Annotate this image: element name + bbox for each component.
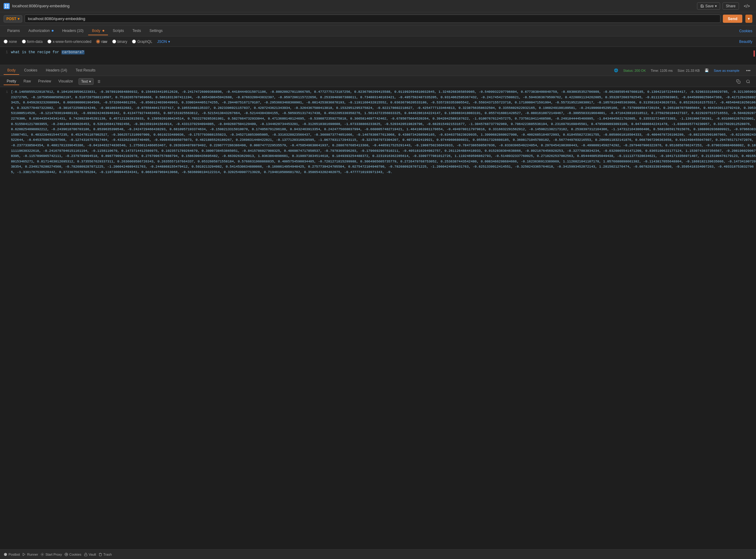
cookies-bottom-item[interactable]: Cookies <box>65 553 82 556</box>
page-url: localhost:8080/query-embedding <box>12 4 694 8</box>
subtabs-right <box>734 77 752 86</box>
response-tab-body[interactable]: Body <box>4 66 19 75</box>
response-tab-test-results[interactable]: Test Results <box>72 66 99 75</box>
response-line-1: 1 [-0.14050555229187012, 0.1041663959622… <box>0 89 756 175</box>
option-binary[interactable]: binary <box>112 40 128 44</box>
option-urlencoded[interactable]: x-www-form-urlencoded <box>47 40 91 44</box>
app-icon <box>4 3 10 9</box>
share-button[interactable]: Share <box>723 2 739 10</box>
url-input[interactable] <box>25 15 721 23</box>
svg-point-17 <box>42 554 43 555</box>
trash-item[interactable]: Trash <box>98 553 112 556</box>
text-dropdown[interactable]: Text ▾ <box>78 78 94 85</box>
method-select[interactable]: POST ▾ <box>4 15 22 23</box>
svg-rect-1 <box>7 4 8 6</box>
error-indicator <box>754 50 755 57</box>
tab-body[interactable]: Body <box>88 27 108 35</box>
response-tab-cookies[interactable]: Cookies <box>20 66 41 75</box>
tab-headers[interactable]: Headers (10) <box>59 27 87 35</box>
subtab-raw[interactable]: Raw <box>20 78 34 85</box>
code-button[interactable]: </> <box>741 2 752 10</box>
method-label: POST <box>6 17 17 21</box>
response-subtabs: Pretty Raw Preview Visualize Text ▾ <box>0 76 756 87</box>
runner-item[interactable]: Runner <box>22 553 38 556</box>
postbot-item[interactable]: Postbot <box>4 553 20 556</box>
response-header: Body Cookies Headers (14) Test Results 🌐… <box>0 65 756 76</box>
svg-marker-16 <box>23 553 25 556</box>
line-numbers: 1 <box>0 49 11 56</box>
tab-authorization[interactable]: Authorization <box>25 27 57 35</box>
full-layout: POST ▾ Send ▾ Params Authorization Heade… <box>0 12 756 559</box>
tab-settings[interactable]: Settings <box>146 27 166 35</box>
svg-rect-0 <box>5 4 6 6</box>
json-select[interactable]: JSON ▾ <box>157 40 170 44</box>
option-none[interactable]: none <box>4 40 17 44</box>
copy-button[interactable] <box>734 77 742 86</box>
tab-scripts[interactable]: Scripts <box>109 27 128 35</box>
option-raw[interactable]: raw <box>96 40 107 44</box>
response-time: Time: 1105 ms <box>651 69 673 72</box>
cookies-link[interactable]: Cookies <box>739 29 752 33</box>
request-tab-bar: Params Authorization Headers (10) Body S… <box>0 25 756 37</box>
response-tab-headers[interactable]: Headers (14) <box>42 66 71 75</box>
response-status: 🌐 Status: 200 OK Time: 1105 ms Size: 21.… <box>614 68 752 74</box>
subtab-preview[interactable]: Preview <box>35 78 54 85</box>
response-tabs: Body Cookies Headers (14) Test Results <box>4 66 614 75</box>
svg-point-13 <box>4 553 7 556</box>
svg-rect-2 <box>5 6 6 8</box>
status-ok: Status: 200 OK <box>623 69 646 72</box>
radio-bar: none form-data x-www-form-urlencoded raw… <box>0 37 756 47</box>
save-button[interactable]: Save ▾ <box>697 2 720 10</box>
top-bar-actions: Save ▾ Share </> <box>697 2 752 10</box>
top-bar: localhost:8080/query-embedding Save ▾ Sh… <box>0 0 756 12</box>
start-proxy-item[interactable]: Start Proxy <box>41 553 62 556</box>
bottom-bar: Postbot Runner Start Proxy Cookies Vault… <box>0 549 756 559</box>
option-form-data[interactable]: form-data <box>22 40 43 44</box>
content-area: POST ▾ Send ▾ Params Authorization Heade… <box>0 12 756 559</box>
search-button[interactable] <box>744 77 752 86</box>
send-button[interactable]: Send <box>723 15 742 23</box>
filter-icon[interactable] <box>96 79 101 84</box>
svg-point-11 <box>747 80 749 83</box>
line-number-1: 1 <box>0 89 11 175</box>
response-text-1: [-0.14050555229187012, 0.104166395962238… <box>11 89 756 175</box>
response-body: 1 [-0.14050555229187012, 0.1041663959622… <box>0 87 756 549</box>
svg-line-12 <box>749 82 750 83</box>
tab-tests[interactable]: Tests <box>129 27 144 35</box>
authorization-dot <box>52 30 53 31</box>
code-content[interactable]: what is the recipe for carbonara? <box>11 49 754 56</box>
svg-rect-10 <box>738 81 740 83</box>
beautify-link[interactable]: Beautify <box>739 40 752 44</box>
status-indicator: 🌐 <box>614 68 618 72</box>
body-dot <box>102 30 104 31</box>
code-editor[interactable]: 1 what is the recipe for carbonara? <box>0 47 756 65</box>
svg-rect-19 <box>84 554 87 556</box>
save-example-link[interactable]: Save as example <box>714 69 739 72</box>
svg-rect-3 <box>7 6 8 8</box>
tab-params[interactable]: Params <box>4 27 23 35</box>
url-bar: POST ▾ Send ▾ <box>0 12 756 25</box>
method-chevron: ▾ <box>18 17 20 21</box>
response-size: Size: 21.33 KB <box>678 69 700 72</box>
option-graphql[interactable]: GraphQL <box>132 40 152 44</box>
more-options-button[interactable]: ••• <box>744 68 752 74</box>
vault-item[interactable]: Vault <box>84 553 96 556</box>
subtab-pretty[interactable]: Pretty <box>4 78 19 85</box>
subtab-visualize[interactable]: Visualize <box>55 78 76 85</box>
send-dropdown-button[interactable]: ▾ <box>746 15 752 23</box>
save-example-icon: 💾 <box>705 68 709 72</box>
